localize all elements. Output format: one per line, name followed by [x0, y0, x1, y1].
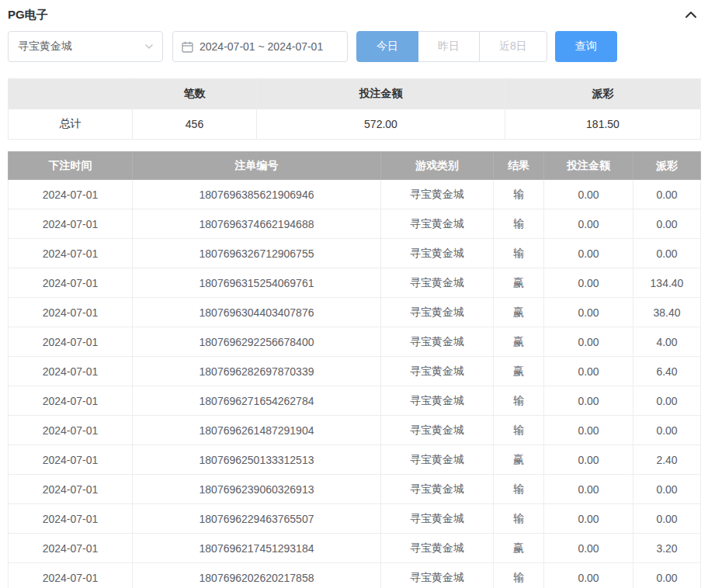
cell-order-id: 1807696282697870339	[133, 357, 381, 386]
cell-bet-time: 2024-07-01	[9, 298, 133, 327]
cell-game-type: 寻宝黄金城	[381, 445, 494, 475]
cell-game-type: 寻宝黄金城	[381, 475, 494, 504]
cell-order-id: 1807696261487291904	[133, 416, 381, 445]
cell-order-id: 1807696229463765507	[133, 504, 381, 534]
cell-bet-time: 2024-07-01	[9, 475, 133, 504]
cell-game-type: 寻宝黄金城	[381, 534, 494, 563]
section-header: PG电子	[8, 0, 700, 25]
chevron-up-icon[interactable]	[682, 7, 700, 22]
cell-result: 赢	[494, 445, 544, 475]
table-row: 2024-07-011807696374662194688寻宝黄金城输0.000…	[9, 209, 701, 239]
cell-payout: 0.00	[633, 386, 701, 416]
filter-bar: 寻宝黄金城 2024-07-01 ~ 2024-07-01 今日 昨日	[8, 31, 700, 62]
col-header-result: 结果	[494, 152, 544, 180]
cell-game-type: 寻宝黄金城	[381, 180, 494, 209]
cell-game-type: 寻宝黄金城	[381, 209, 494, 239]
cell-bet-time: 2024-07-01	[9, 239, 133, 268]
cell-game-type: 寻宝黄金城	[381, 416, 494, 445]
cell-game-type: 寻宝黄金城	[381, 327, 494, 357]
table-row: 2024-07-011807696217451293184寻宝黄金城赢0.003…	[9, 534, 701, 563]
cell-payout: 0.00	[633, 209, 701, 239]
cell-payout: 38.40	[633, 298, 701, 327]
summary-header-payout: 派彩	[505, 79, 701, 109]
query-button[interactable]: 查询	[555, 31, 617, 62]
cell-bet-time: 2024-07-01	[9, 386, 133, 416]
cell-payout: 4.00	[633, 327, 701, 357]
game-select[interactable]: 寻宝黄金城	[8, 31, 163, 62]
cell-game-type: 寻宝黄金城	[381, 504, 494, 534]
cell-game-type: 寻宝黄金城	[381, 298, 494, 327]
cell-game-type: 寻宝黄金城	[381, 357, 494, 386]
last-8-days-button[interactable]: 近8日	[479, 31, 547, 62]
summary-total-label: 总计	[9, 109, 133, 140]
summary-header-row: 笔数 投注金额 派彩	[9, 79, 701, 109]
cell-result: 输	[494, 504, 544, 534]
cell-bet-time: 2024-07-01	[9, 268, 133, 298]
table-row: 2024-07-011807696304403407876寻宝黄金城赢0.003…	[9, 298, 701, 327]
summary-header-bet-amount: 投注金额	[257, 79, 505, 109]
table-row: 2024-07-011807696229463765507寻宝黄金城输0.000…	[9, 504, 701, 534]
today-button[interactable]: 今日	[356, 31, 418, 62]
table-row: 2024-07-011807696282697870339寻宝黄金城赢0.006…	[9, 357, 701, 386]
cell-bet-amount: 0.00	[544, 298, 633, 327]
cell-order-id: 1807696250133312513	[133, 445, 381, 475]
summary-header-count: 笔数	[133, 79, 257, 109]
date-range-value: 2024-07-01 ~ 2024-07-01	[200, 40, 323, 53]
cell-bet-amount: 0.00	[544, 239, 633, 268]
cell-payout: 0.00	[633, 475, 701, 504]
cell-order-id: 1807696326712906755	[133, 239, 381, 268]
cell-bet-time: 2024-07-01	[9, 357, 133, 386]
cell-bet-time: 2024-07-01	[9, 534, 133, 563]
cell-bet-time: 2024-07-01	[9, 445, 133, 475]
cell-bet-amount: 0.00	[544, 416, 633, 445]
cell-result: 输	[494, 386, 544, 416]
summary-total-row: 总计 456 572.00 181.50	[9, 109, 701, 140]
cell-order-id: 1807696374662194688	[133, 209, 381, 239]
cell-order-id: 1807696292256678400	[133, 327, 381, 357]
cell-result: 赢	[494, 268, 544, 298]
cell-payout: 0.00	[633, 180, 701, 209]
calendar-icon	[182, 41, 193, 53]
cell-bet-time: 2024-07-01	[9, 209, 133, 239]
yesterday-button[interactable]: 昨日	[418, 31, 480, 62]
table-row: 2024-07-011807696239060326913寻宝黄金城输0.000…	[9, 475, 701, 504]
table-row: 2024-07-011807696385621906946寻宝黄金城输0.000…	[9, 180, 701, 209]
cell-result: 赢	[494, 357, 544, 386]
quick-range-button-group: 今日 昨日 近8日	[356, 31, 547, 62]
cell-bet-amount: 0.00	[544, 504, 633, 534]
cell-result: 输	[494, 563, 544, 588]
cell-payout: 0.00	[633, 563, 701, 588]
table-row: 2024-07-011807696202620217858寻宝黄金城输0.000…	[9, 563, 701, 588]
cell-payout: 0.00	[633, 239, 701, 268]
col-header-game-type: 游戏类别	[381, 152, 494, 180]
cell-bet-amount: 0.00	[544, 475, 633, 504]
summary-table: 笔数 投注金额 派彩 总计 456 572.00 181.50	[8, 78, 701, 140]
table-row: 2024-07-011807696292256678400寻宝黄金城赢0.004…	[9, 327, 701, 357]
cell-bet-time: 2024-07-01	[9, 563, 133, 588]
page: PG电子 寻宝黄金城	[0, 0, 708, 588]
cell-bet-time: 2024-07-01	[9, 416, 133, 445]
cell-result: 赢	[494, 534, 544, 563]
cell-bet-amount: 0.00	[544, 357, 633, 386]
summary-total-payout: 181.50	[505, 109, 701, 140]
cell-game-type: 寻宝黄金城	[381, 386, 494, 416]
cell-order-id: 1807696202620217858	[133, 563, 381, 588]
cell-result: 输	[494, 209, 544, 239]
cell-result: 输	[494, 475, 544, 504]
cell-payout: 6.40	[633, 357, 701, 386]
cell-bet-amount: 0.00	[544, 209, 633, 239]
cell-bet-amount: 0.00	[544, 563, 633, 588]
table-row: 2024-07-011807696250133312513寻宝黄金城赢0.002…	[9, 445, 701, 475]
date-range-input[interactable]: 2024-07-01 ~ 2024-07-01	[172, 31, 348, 62]
bets-table: 下注时间 注单编号 游戏类别 结果 投注金额 派彩 2024-07-011807…	[8, 151, 701, 588]
cell-bet-time: 2024-07-01	[9, 504, 133, 534]
game-select-value: 寻宝黄金城	[18, 40, 72, 54]
cell-payout: 134.40	[633, 268, 701, 298]
cell-bet-amount: 0.00	[544, 180, 633, 209]
page-title: PG电子	[8, 8, 48, 22]
cell-order-id: 1807696217451293184	[133, 534, 381, 563]
cell-bet-amount: 0.00	[544, 534, 633, 563]
cell-payout: 0.00	[633, 504, 701, 534]
cell-order-id: 1807696385621906946	[133, 180, 381, 209]
cell-payout: 3.20	[633, 534, 701, 563]
